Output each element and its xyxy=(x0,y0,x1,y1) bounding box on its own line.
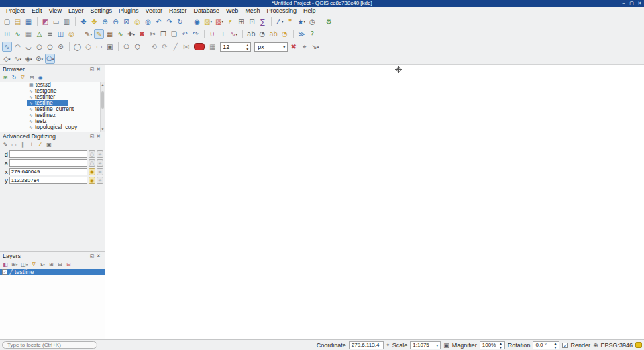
current-edits-icon[interactable]: ✎▾ xyxy=(83,29,93,39)
messages-icon[interactable] xyxy=(635,342,642,348)
select-features-icon[interactable]: ▨▾ xyxy=(203,17,213,27)
browser-item-testlinez[interactable]: ∿testlinez xyxy=(0,112,105,118)
repeat-lock-icon[interactable]: ∞ xyxy=(97,159,103,167)
snapping-options-icon[interactable]: ∪ xyxy=(207,29,217,39)
circle-2points-icon[interactable]: ○ xyxy=(34,42,44,52)
open-attribute-table-icon[interactable]: ⊞ xyxy=(236,17,246,27)
rectangle-center-icon[interactable]: ▣ xyxy=(105,42,115,52)
topological-editing-icon[interactable]: ⊥ xyxy=(218,29,228,39)
scale-lock-icon[interactable]: ▣ xyxy=(443,342,449,349)
close-panel-icon[interactable]: ✕ xyxy=(95,133,102,140)
cad-parallel-icon[interactable]: ∥ xyxy=(19,141,27,149)
browser-filter-icon[interactable]: ∇ xyxy=(19,74,27,82)
filter-by-expression-icon[interactable]: ε▾ xyxy=(38,261,46,269)
menu-view[interactable]: View xyxy=(46,7,65,15)
circle-center-point-icon[interactable]: ⊙ xyxy=(56,42,66,52)
delete-selected-icon[interactable]: ✖ xyxy=(137,29,147,39)
browser-add-layers-icon[interactable]: ⊞ xyxy=(1,74,9,82)
circular-string-radius-icon[interactable]: ◡ xyxy=(23,42,34,52)
digitizing-mode-icon[interactable]: ◇▾ xyxy=(2,54,12,64)
cad-x-input[interactable] xyxy=(9,168,87,175)
new-project-icon[interactable]: ▢ xyxy=(2,17,12,27)
cad-perpendicular-icon[interactable]: ⊥ xyxy=(28,141,36,149)
statistical-summary-icon[interactable]: ∑ xyxy=(258,17,268,27)
redo-icon[interactable]: ↷ xyxy=(191,29,201,39)
menu-help[interactable]: Help xyxy=(300,7,319,15)
magnifier-spinner[interactable]: 100% ▲▼ xyxy=(480,341,505,349)
lock-icon[interactable]: ○ xyxy=(89,150,95,158)
lock-icon[interactable]: ◉ xyxy=(89,177,95,184)
spinner-arrows-icon[interactable]: ▲▼ xyxy=(498,341,502,349)
pan-map-icon[interactable]: ✥ xyxy=(78,17,89,27)
minimize-button[interactable]: – xyxy=(621,0,627,7)
cad-d-input[interactable] xyxy=(9,150,87,158)
menu-database[interactable]: Database xyxy=(191,7,223,15)
processing-toolbox-icon[interactable]: ⚙ xyxy=(324,17,334,27)
labeling-options-icon[interactable]: ab xyxy=(268,29,278,39)
add-vector-layer-icon[interactable]: ∿ xyxy=(13,29,23,39)
zoom-in-icon[interactable]: ⊕ xyxy=(100,17,110,27)
expand-all-icon[interactable]: ⊞ xyxy=(47,261,55,269)
regular-polygon-icon[interactable]: ⬠ xyxy=(121,42,131,52)
browser-properties-icon[interactable]: ◉ xyxy=(36,74,44,82)
data-source-manager-icon[interactable]: ⊞ xyxy=(2,29,12,39)
add-line-feature-icon[interactable]: ∿ xyxy=(115,29,125,39)
zoom-to-selection-icon[interactable]: ◎ xyxy=(132,17,142,27)
rotation-spinner[interactable]: 0.0 ° ▲▼ xyxy=(533,341,559,349)
style-manager-icon[interactable]: ◩ xyxy=(40,17,50,27)
select-by-expression-icon[interactable]: ε xyxy=(225,17,235,27)
map-canvas[interactable] xyxy=(105,65,644,339)
pan-to-selection-icon[interactable]: ✥ xyxy=(89,17,99,27)
field-calculator-icon[interactable]: ⊡ xyxy=(247,17,257,27)
regular-polygon-center-icon[interactable]: ⬡ xyxy=(132,42,142,52)
layer-styling-icon[interactable]: ◧ xyxy=(1,261,9,269)
menu-plugins[interactable]: Plugins xyxy=(115,7,142,15)
map-tips-icon[interactable]: ❞ xyxy=(285,17,295,27)
coordinate-box[interactable]: 279.6,113.4 xyxy=(349,341,384,349)
stream-digitizing-icon[interactable]: ∿▾ xyxy=(13,54,23,64)
menu-web[interactable]: Web xyxy=(223,7,241,15)
cad-y-input[interactable] xyxy=(9,177,87,184)
browser-scrollbar[interactable]: ▲ ▼ xyxy=(100,82,105,132)
measure-icon[interactable]: ∠▾ xyxy=(274,17,284,27)
menu-mesh[interactable]: Mesh xyxy=(241,7,263,15)
repeat-lock-icon[interactable]: ∞ xyxy=(97,177,103,184)
diagram-options-icon[interactable]: ◔ xyxy=(280,29,290,39)
extent-toggle-icon[interactable]: ⌖ xyxy=(386,341,390,349)
paste-features-icon[interactable]: ❏ xyxy=(169,29,179,39)
layer-item-testline[interactable]: ✓╱testline xyxy=(0,269,105,275)
add-raster-layer-icon[interactable]: ▦ xyxy=(23,29,34,39)
float-panel-icon[interactable]: ◱ xyxy=(89,66,95,73)
temporal-controller-icon[interactable]: ◷ xyxy=(307,17,317,27)
snap-indicator-icon[interactable]: ⌖ xyxy=(299,42,309,52)
ellipse-center-2points-icon[interactable]: ◯ xyxy=(72,42,83,52)
layout-manager-icon[interactable]: ▥ xyxy=(62,17,72,27)
menu-raster[interactable]: Raster xyxy=(166,7,191,15)
scrollbar-thumb[interactable] xyxy=(101,91,104,109)
cad-enable-icon[interactable]: ✎ xyxy=(1,141,9,149)
copy-features-icon[interactable]: ❐ xyxy=(158,29,168,39)
tracing-icon[interactable]: ∿▾ xyxy=(229,29,239,39)
split-features-icon[interactable]: ╱ xyxy=(170,42,180,52)
menu-vector[interactable]: Vector xyxy=(142,7,166,15)
remove-layer-icon[interactable]: ⊟ xyxy=(64,261,72,269)
scroll-down-icon[interactable]: ▼ xyxy=(101,127,105,131)
rectangle-extent-icon[interactable]: ▭ xyxy=(94,42,104,52)
menu-processing[interactable]: Processing xyxy=(263,7,300,15)
add-mesh-layer-icon[interactable]: △ xyxy=(34,29,44,39)
toggle-editing-icon[interactable]: ✎ xyxy=(94,29,104,39)
offset-curve-icon[interactable]: ⟲ xyxy=(149,42,159,52)
new-bookmark-icon[interactable]: ★▾ xyxy=(296,17,306,27)
add-group-icon[interactable]: ⊞▾ xyxy=(10,261,19,269)
zoom-to-layer-icon[interactable]: ◎ xyxy=(143,17,153,27)
selected-technique-icon[interactable]: ⬠▾ xyxy=(45,54,55,64)
vertex-tool-icon[interactable]: ✚▾ xyxy=(126,29,136,39)
snapping-mode-icon[interactable]: ◈▾ xyxy=(23,54,34,64)
zoom-out-icon[interactable]: ⊖ xyxy=(111,17,121,27)
reshape-features-icon[interactable]: ⟳ xyxy=(160,42,170,52)
identify-features-icon[interactable]: ◉ xyxy=(192,17,202,27)
save-edits-icon[interactable]: ▦ xyxy=(105,29,115,39)
add-delimited-text-icon[interactable]: ≡ xyxy=(45,29,55,39)
deselect-features-icon[interactable]: ▨▾ xyxy=(214,17,225,27)
layer-labeling-icon[interactable]: ab xyxy=(246,29,256,39)
